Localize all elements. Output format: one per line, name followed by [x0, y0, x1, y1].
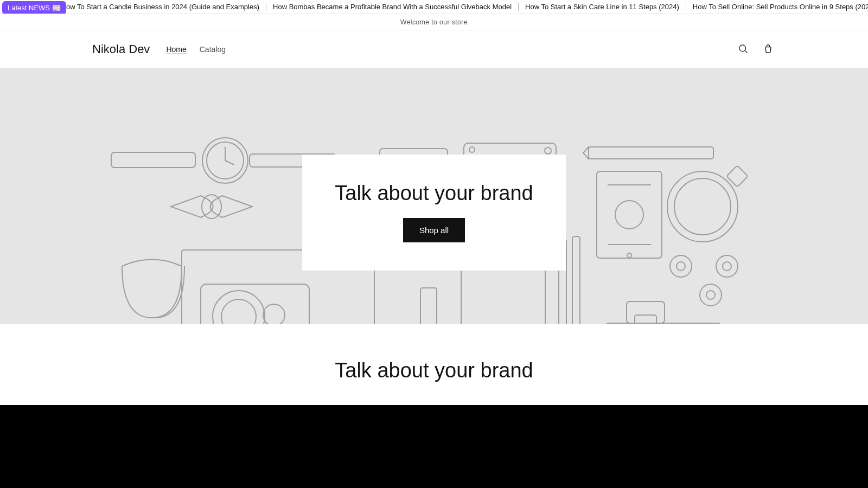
svg-point-41	[706, 291, 715, 299]
svg-rect-43	[627, 301, 665, 323]
news-ticker: Latest NEWS 📰 ow To Start a Candle Busin…	[0, 0, 868, 14]
section-title: Talk about your brand	[0, 359, 868, 382]
svg-point-24	[667, 171, 738, 242]
brand-logo[interactable]: Nikola Dev	[92, 42, 150, 56]
hero-banner: Talk about your brand Shop all	[0, 68, 868, 324]
svg-point-16	[469, 147, 475, 152]
svg-point-28	[213, 291, 265, 324]
svg-rect-31	[201, 284, 309, 324]
svg-rect-2	[111, 152, 195, 168]
svg-point-40	[700, 284, 722, 306]
svg-point-0	[739, 44, 746, 51]
svg-rect-18	[589, 147, 713, 159]
svg-point-37	[676, 262, 685, 271]
svg-rect-42	[602, 323, 724, 324]
nav-catalog[interactable]: Catalog	[200, 45, 226, 54]
svg-point-17	[545, 147, 551, 154]
svg-point-38	[716, 255, 738, 277]
svg-point-23	[627, 253, 631, 258]
svg-point-29	[221, 299, 256, 324]
cart-button[interactable]	[761, 42, 776, 57]
news-item[interactable]: How To Start a Skin Care Line in 11 Step…	[519, 3, 686, 11]
svg-point-25	[674, 178, 731, 235]
nav-home[interactable]: Home	[166, 45, 186, 54]
svg-point-8	[202, 195, 221, 219]
news-item[interactable]: ow To Start a Candle Business in 2024 (G…	[60, 3, 266, 11]
news-badge: Latest NEWS 📰	[2, 1, 66, 14]
shop-all-button[interactable]: Shop all	[403, 218, 465, 242]
svg-point-36	[670, 255, 692, 277]
news-items-container: ow To Start a Candle Business in 2024 (G…	[60, 3, 868, 11]
svg-rect-46	[420, 288, 437, 324]
svg-line-1	[745, 50, 747, 53]
svg-point-20	[615, 201, 643, 229]
svg-point-30	[263, 304, 285, 324]
header-left: Nikola Dev Home Catalog	[92, 42, 226, 56]
main-nav: Home Catalog	[166, 45, 226, 54]
cart-icon	[763, 43, 774, 56]
svg-point-39	[723, 262, 731, 271]
news-item[interactable]: How To Sell Online: Sell Products Online…	[686, 3, 868, 11]
svg-rect-34	[572, 236, 580, 324]
site-header: Nikola Dev Home Catalog	[0, 30, 868, 68]
header-right	[736, 42, 776, 57]
search-icon	[738, 43, 749, 56]
hero-title: Talk about your brand	[335, 182, 533, 205]
announcement-text: Welcome to our store	[400, 18, 468, 26]
video-section	[0, 405, 868, 488]
news-item[interactable]: How Bombas Became a Profitable Brand Wit…	[266, 3, 519, 11]
search-button[interactable]	[736, 42, 751, 57]
svg-line-6	[225, 160, 234, 165]
hero-content-box: Talk about your brand Shop all	[302, 155, 565, 271]
announcement-bar: Welcome to our store	[0, 14, 868, 30]
